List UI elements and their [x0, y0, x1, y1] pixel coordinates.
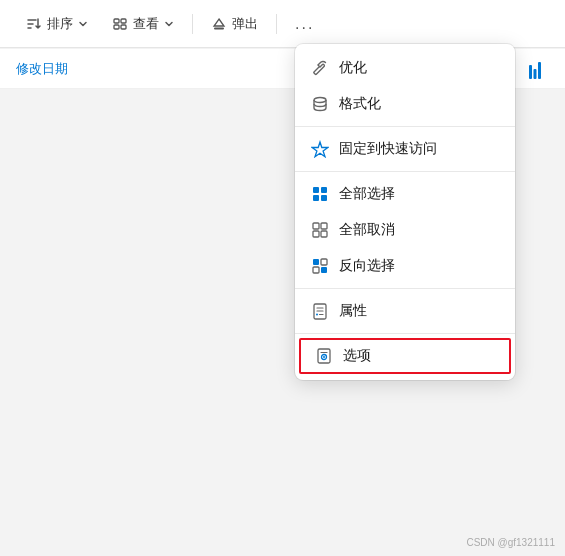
menu-deselect-all-label: 全部取消 [339, 221, 395, 239]
menu-invert-label: 反向选择 [339, 257, 395, 275]
svg-point-24 [316, 314, 318, 316]
invert-icon [311, 257, 329, 275]
svg-rect-10 [321, 187, 327, 193]
divider-3 [295, 288, 515, 289]
divider-1 [295, 126, 515, 127]
menu-item-format[interactable]: 格式化 [295, 86, 515, 122]
star-icon [311, 140, 329, 158]
svg-point-28 [323, 356, 325, 358]
svg-rect-14 [321, 223, 327, 229]
menu-item-optimize[interactable]: 优化 [295, 50, 515, 86]
menu-select-all-label: 全部选择 [339, 185, 395, 203]
menu-item-select-all[interactable]: 全部选择 [295, 176, 515, 212]
svg-rect-13 [313, 223, 319, 229]
context-menu: 优化 格式化 固定到快速访问 [295, 44, 515, 380]
svg-rect-20 [321, 267, 327, 273]
svg-rect-19 [313, 267, 319, 273]
menu-item-invert[interactable]: 反向选择 [295, 248, 515, 284]
menu-pin-label: 固定到快速访问 [339, 140, 437, 158]
menu-properties-label: 属性 [339, 302, 367, 320]
menu-item-properties[interactable]: 属性 [295, 293, 515, 329]
svg-rect-11 [313, 195, 319, 201]
svg-point-8 [314, 98, 326, 103]
properties-icon [311, 302, 329, 320]
dropdown-overlay: 优化 格式化 固定到快速访问 [0, 0, 565, 556]
wrench-icon [311, 59, 329, 77]
svg-rect-16 [321, 231, 327, 237]
svg-rect-9 [313, 187, 319, 193]
menu-format-label: 格式化 [339, 95, 381, 113]
menu-options-label: 选项 [343, 347, 371, 365]
svg-rect-18 [321, 259, 327, 265]
format-icon [311, 95, 329, 113]
svg-rect-17 [313, 259, 319, 265]
options-icon [315, 347, 333, 365]
divider-4 [295, 333, 515, 334]
divider-2 [295, 171, 515, 172]
menu-optimize-label: 优化 [339, 59, 367, 77]
deselect-all-icon [311, 221, 329, 239]
menu-item-deselect-all[interactable]: 全部取消 [295, 212, 515, 248]
svg-rect-12 [321, 195, 327, 201]
select-all-icon [311, 185, 329, 203]
svg-rect-15 [313, 231, 319, 237]
menu-item-pin[interactable]: 固定到快速访问 [295, 131, 515, 167]
menu-item-options[interactable]: 选项 [299, 338, 511, 374]
